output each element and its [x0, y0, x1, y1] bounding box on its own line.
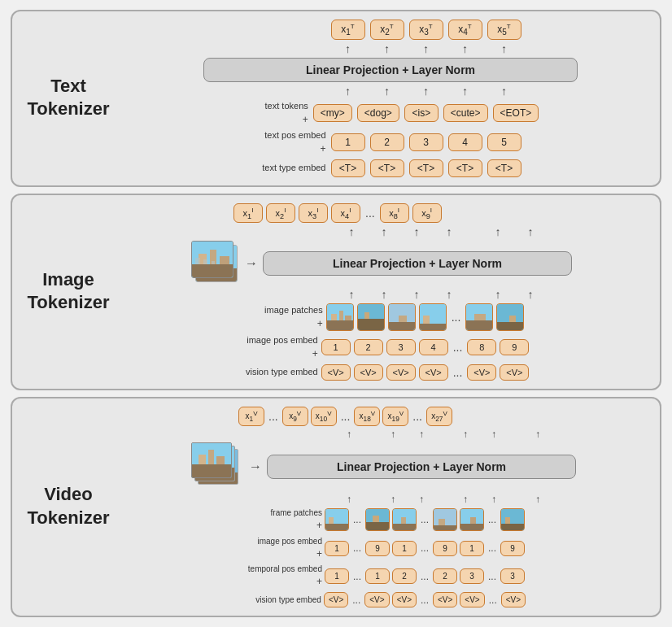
va10b: ↑: [408, 494, 434, 504]
patch-svg-1: [327, 304, 354, 331]
patch-svg-2: [358, 304, 385, 331]
ttype4: <T>: [448, 159, 482, 177]
ia1: ↑: [337, 226, 366, 237]
svg-rect-62: [460, 524, 484, 531]
va27b: ↑: [525, 494, 551, 504]
img-patches-row: image patches +: [246, 303, 525, 331]
svg-rect-22: [358, 319, 385, 331]
video-section-content: x1V ... x9V x10V ... x18V x19V ... x27V …: [121, 407, 648, 608]
svg-rect-54: [373, 516, 379, 522]
tp1: 1: [331, 133, 365, 151]
vtp19: 3: [460, 568, 484, 584]
ipos4: 4: [419, 339, 448, 355]
vip10: 1: [392, 541, 417, 556]
va1: ↑: [336, 429, 362, 439]
ttype1: <T>: [331, 159, 365, 177]
label-text-pos: text pos embed: [264, 129, 325, 142]
fpatch1: [325, 508, 349, 531]
tp4: 4: [448, 133, 482, 151]
vip1: 1: [325, 541, 349, 556]
text-out-3: x3T: [409, 20, 443, 40]
vip18: 9: [433, 541, 457, 556]
vtp1: 1: [325, 568, 349, 584]
patch-1: [326, 303, 354, 331]
text-output-tokens: x1T x2T x3T x4T x5T: [249, 20, 521, 40]
svg-rect-35: [509, 316, 516, 322]
vvt9: <V>: [364, 592, 389, 607]
vstack1: [191, 442, 232, 478]
tp5: 5: [487, 133, 521, 151]
dots-img-out: ...: [364, 207, 377, 220]
text-tokens-label: text tokens +: [231, 100, 308, 126]
va9: ↑: [380, 429, 406, 439]
itype8: <V>: [467, 364, 496, 381]
svg-rect-66: [505, 517, 510, 524]
vid-arrows-2: ↑ ↑ ↑ ↑ ↑ ↑: [219, 494, 551, 504]
fpatch-svg18: [434, 509, 457, 531]
va18: ↑: [452, 429, 478, 439]
vd2: ...: [419, 514, 430, 525]
image-stacked: [191, 241, 240, 285]
svg-rect-59: [434, 525, 457, 531]
ipos2: 2: [354, 339, 383, 355]
svg-rect-17: [327, 320, 354, 331]
svg-rect-65: [501, 524, 525, 531]
text-tokens-col: <my> <dog> <is> <cute> <EOT>: [313, 104, 539, 122]
label-img-patches: image patches: [264, 304, 323, 316]
label-vid-imgpos: image pos embed: [257, 536, 322, 547]
tt5: <EOT>: [493, 104, 539, 122]
text-out-5: x5T: [487, 20, 521, 40]
text-type-label: text type embed: [249, 162, 326, 174]
patch-4: [419, 303, 447, 331]
va9b: ↑: [380, 494, 406, 504]
vvt10: <V>: [392, 592, 417, 607]
text-type-row: text type embed <T> <T> <T> <T> <T>: [249, 159, 521, 177]
text-tokens-row: text tokens + <my> <dog> <is> <cute> <EO…: [231, 100, 539, 126]
svg-rect-28: [420, 324, 447, 331]
fpatch10: [392, 508, 417, 531]
vid-imgpos-label: image pos embed +: [245, 536, 322, 561]
vtp27: 3: [500, 568, 525, 584]
ia8b: ↑: [483, 289, 513, 300]
img-patches-label: image patches +: [246, 304, 323, 330]
va10: ↑: [408, 429, 434, 439]
tt4: <cute>: [443, 104, 488, 122]
vout9: x9V: [282, 407, 308, 426]
ia9b: ↑: [516, 289, 545, 300]
itype1: <V>: [321, 364, 351, 381]
svg-rect-12: [220, 256, 229, 264]
d3: ...: [411, 410, 424, 423]
vtpd3: ...: [487, 571, 498, 582]
text-arrows-1: ↑ ↑ ↑ ↑ ↑: [249, 43, 521, 54]
itype3: <V>: [386, 364, 416, 381]
vvt18: <V>: [433, 592, 457, 607]
fpatch27: [500, 508, 525, 531]
ttype5: <T>: [487, 159, 521, 177]
itype9: <V>: [500, 364, 529, 381]
label-text-tokens: text tokens: [265, 100, 308, 112]
img-arrows-1: ↑ ↑ ↑ ↑ ↑ ↑: [225, 226, 545, 237]
patch-3: [388, 303, 416, 331]
va19b: ↑: [481, 494, 507, 504]
ipos8: 8: [467, 339, 496, 355]
ia3b: ↑: [402, 289, 431, 300]
tt3: <is>: [404, 104, 439, 122]
svg-rect-23: [364, 312, 369, 319]
vtp18: 2: [433, 568, 457, 584]
vvt19: <V>: [460, 592, 484, 607]
vd1: ...: [351, 514, 363, 525]
vout18: x18V: [354, 407, 380, 426]
vtp10: 2: [392, 568, 417, 584]
patch-svg-3: [389, 304, 416, 331]
ia8: ↑: [483, 226, 513, 237]
arr4: ↑: [448, 43, 482, 54]
svg-rect-56: [393, 524, 417, 531]
ia3: ↑: [402, 226, 431, 237]
fpatch-svg1: [325, 509, 349, 531]
img-type-label: vision type embed: [241, 366, 318, 378]
vstack-svg1: [192, 443, 232, 478]
svg-rect-34: [497, 322, 524, 331]
arr4b: ↑: [448, 85, 482, 97]
vvtd1: ...: [351, 594, 362, 606]
svg-rect-31: [466, 320, 493, 331]
